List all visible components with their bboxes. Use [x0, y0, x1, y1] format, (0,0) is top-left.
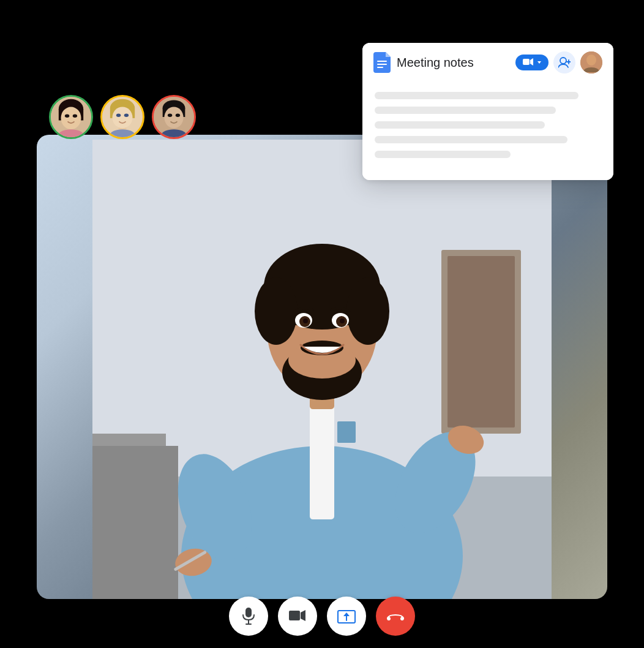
- notes-line-5: [375, 151, 511, 158]
- svg-rect-56: [523, 59, 530, 65]
- svg-point-13: [346, 277, 389, 345]
- svg-marker-58: [537, 61, 541, 64]
- notes-line-3: [375, 121, 545, 129]
- svg-rect-3: [447, 256, 515, 428]
- video-call-icon: [523, 58, 534, 67]
- svg-point-50: [168, 114, 172, 118]
- svg-point-43: [124, 114, 129, 118]
- notes-header: Meeting notes: [362, 43, 613, 82]
- svg-rect-67: [289, 611, 300, 620]
- participant-avatar-1[interactable]: [49, 95, 93, 139]
- add-person-button[interactable]: [553, 51, 575, 73]
- main-speaker-video: [92, 140, 552, 599]
- svg-rect-54: [377, 64, 387, 65]
- svg-marker-71: [343, 612, 350, 616]
- end-call-button[interactable]: [376, 597, 415, 636]
- share-screen-button[interactable]: [327, 597, 366, 636]
- video-background: [37, 135, 607, 599]
- svg-point-51: [176, 114, 180, 118]
- svg-point-49: [164, 107, 183, 129]
- meeting-notes-panel: Meeting notes: [362, 43, 613, 180]
- svg-rect-53: [377, 61, 387, 62]
- svg-rect-72: [386, 616, 391, 620]
- svg-point-63: [586, 55, 596, 66]
- notes-line-2: [375, 107, 556, 114]
- participant-avatar-2[interactable]: [100, 95, 144, 139]
- svg-rect-28: [337, 421, 356, 443]
- join-video-button[interactable]: [515, 55, 549, 70]
- svg-rect-6: [92, 446, 178, 599]
- svg-rect-55: [377, 67, 383, 68]
- svg-rect-64: [245, 608, 252, 617]
- svg-marker-57: [530, 58, 533, 66]
- svg-point-12: [255, 277, 298, 345]
- add-person-icon: [558, 57, 571, 68]
- svg-point-41: [113, 107, 133, 129]
- notes-body: [362, 82, 613, 180]
- share-screen-icon: [337, 608, 356, 624]
- svg-point-35: [73, 114, 77, 118]
- mic-button[interactable]: [229, 597, 268, 636]
- svg-marker-68: [301, 610, 305, 621]
- notes-title: Meeting notes: [397, 56, 509, 70]
- control-bar: [229, 597, 415, 636]
- participant-avatar-3[interactable]: [152, 95, 196, 139]
- dropdown-arrow-icon: [536, 59, 542, 66]
- camera-button[interactable]: [278, 597, 317, 636]
- svg-point-59: [560, 58, 566, 64]
- video-container: [37, 135, 607, 599]
- svg-point-34: [65, 114, 69, 118]
- svg-point-42: [116, 114, 121, 118]
- user-avatar-button[interactable]: [580, 51, 602, 73]
- svg-point-21: [303, 318, 308, 323]
- notes-line-4: [375, 136, 567, 143]
- camera-icon: [289, 609, 306, 623]
- notes-line-1: [375, 92, 578, 99]
- notes-actions: [515, 51, 602, 73]
- svg-point-22: [340, 318, 345, 323]
- scene: Meeting notes: [0, 0, 644, 648]
- svg-rect-8: [310, 397, 334, 519]
- participants-list: [49, 95, 196, 139]
- svg-rect-73: [400, 616, 404, 620]
- user-avatar-image: [580, 51, 602, 73]
- svg-point-33: [61, 107, 81, 130]
- end-call-icon: [386, 611, 405, 622]
- google-docs-icon: [373, 52, 391, 73]
- mic-icon: [241, 608, 256, 625]
